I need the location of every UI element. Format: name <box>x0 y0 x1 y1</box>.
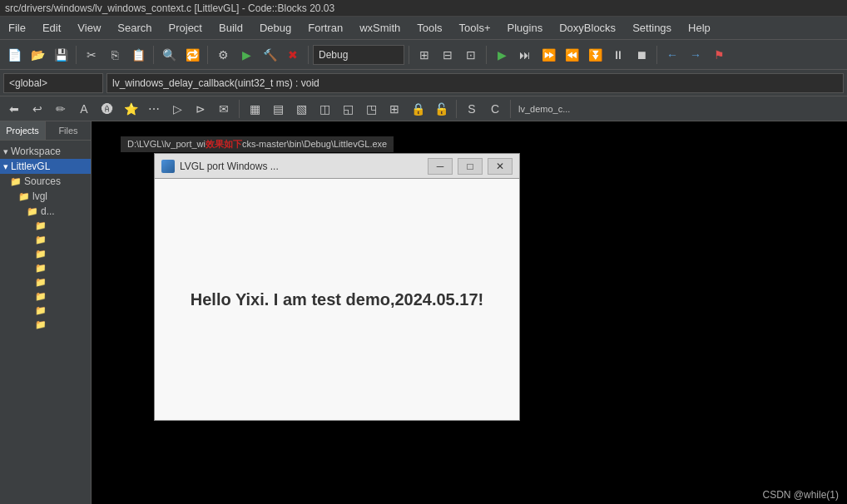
menu-build[interactable]: Build <box>211 18 251 37</box>
menu-help[interactable]: Help <box>680 18 719 37</box>
subfile-8[interactable]: 📁 <box>0 318 91 332</box>
tab-projects[interactable]: Projects <box>0 121 46 140</box>
float-app-icon <box>161 160 175 173</box>
subfile-2[interactable]: 📁 <box>0 233 91 247</box>
flag-button[interactable]: ⚑ <box>708 44 730 66</box>
tool2-3[interactable]: A <box>73 98 95 120</box>
d-item[interactable]: 📁 d... <box>0 204 91 219</box>
left-tabs: Projects Files <box>0 121 91 141</box>
debug-step3-button[interactable]: ⏪ <box>561 44 582 66</box>
tool2-1[interactable]: ⬅ <box>3 98 25 120</box>
sep8 <box>239 100 240 118</box>
settings-btn[interactable]: ⚙ <box>212 44 234 66</box>
tool2-17[interactable]: 🔒 <box>407 98 428 120</box>
tool2-15[interactable]: ◳ <box>360 98 382 120</box>
fwd-arrow-button[interactable]: → <box>685 44 706 66</box>
file-icon-1: 📁 <box>35 220 47 231</box>
exe-path-prefix: D:\LVGL\lv_port_wi <box>127 139 206 149</box>
menu-edit[interactable]: Edit <box>34 18 69 37</box>
subfile-5[interactable]: 📁 <box>0 275 91 289</box>
folder-icon-sources: 📁 <box>10 176 22 187</box>
subfile-4[interactable]: 📁 <box>0 261 91 275</box>
bookmark-button[interactable]: ⊟ <box>437 44 458 66</box>
subfile-3[interactable]: 📁 <box>0 247 91 261</box>
find-button[interactable]: 🔍 <box>158 44 180 66</box>
tool2-20[interactable]: C <box>484 98 506 120</box>
restore-button[interactable]: □ <box>458 158 483 175</box>
new-button[interactable]: 📄 <box>3 44 25 66</box>
back-arrow-button[interactable]: ← <box>661 44 683 66</box>
tool2-16[interactable]: ⊞ <box>384 98 405 120</box>
tool2-8[interactable]: ⊳ <box>190 98 211 120</box>
tool2-pencil[interactable]: ✏ <box>50 98 72 120</box>
lvgl-item[interactable]: 📁 lvgl <box>0 189 91 204</box>
close-button[interactable]: ✕ <box>488 158 513 175</box>
debug-step2-button[interactable]: ⏩ <box>537 44 559 66</box>
exe-path-suffix: cks-master\bin\Debug\LittlevGL.exe <box>242 139 387 149</box>
tool2-13[interactable]: ◫ <box>314 98 335 120</box>
menu-search[interactable]: Search <box>109 18 160 37</box>
menu-file[interactable]: File <box>0 18 34 37</box>
d-label: d... <box>41 205 55 217</box>
menu-settings[interactable]: Settings <box>624 18 680 37</box>
debug-step4-button[interactable]: ⏬ <box>584 44 606 66</box>
sep1 <box>76 46 77 64</box>
tool2-4[interactable]: 🅐 <box>97 98 118 120</box>
float-content-area: Hello Yixi. I am test demo,2024.05.17! <box>155 179 519 420</box>
tool2-2[interactable]: ↩ <box>27 98 48 120</box>
copy-button[interactable]: ⎘ <box>104 44 126 66</box>
tool2-18[interactable]: 🔓 <box>430 98 452 120</box>
save-button[interactable]: 💾 <box>50 44 72 66</box>
menu-doxyblocks[interactable]: DoxyBlocks <box>551 18 624 37</box>
debug-pause-button[interactable]: ⏸ <box>607 44 629 66</box>
debug-run-button[interactable]: ▶ <box>491 44 513 66</box>
replace-button[interactable]: 🔁 <box>181 44 203 66</box>
tool2-7[interactable]: ▷ <box>166 98 188 120</box>
tool2-label: lv_demo_c... <box>515 104 573 114</box>
open-button[interactable]: 📂 <box>27 44 48 66</box>
littlevgl-item[interactable]: ▾ LittlevGL <box>0 159 91 174</box>
stop-build-button[interactable]: 🔨 <box>259 44 280 66</box>
next-nav-button[interactable]: ⊡ <box>460 44 482 66</box>
menu-view[interactable]: View <box>69 18 109 37</box>
minimize-button[interactable]: ─ <box>428 158 453 175</box>
tool2-6[interactable]: ⋯ <box>143 98 165 120</box>
subfile-7[interactable]: 📁 <box>0 304 91 318</box>
subfile-1[interactable]: 📁 <box>0 219 91 233</box>
menu-fortran[interactable]: Fortran <box>300 18 351 37</box>
tool2-14[interactable]: ◱ <box>337 98 359 120</box>
prev-nav-button[interactable]: ⊞ <box>414 44 435 66</box>
menu-wxsmith[interactable]: wxSmith <box>351 18 409 37</box>
sources-item[interactable]: 📁 Sources <box>0 174 91 189</box>
float-window-controls: ─ □ ✕ <box>428 158 513 175</box>
tool2-9[interactable]: ✉ <box>213 98 235 120</box>
cut-button[interactable]: ✂ <box>81 44 102 66</box>
menu-plugins[interactable]: Plugins <box>499 18 552 37</box>
tool2-10[interactable]: ▦ <box>244 98 265 120</box>
menu-bar: File Edit View Search Project Build Debu… <box>0 17 847 40</box>
path-text: src/drivers/windows/lv_windows_context.c… <box>5 2 334 14</box>
tool2-5[interactable]: ⭐ <box>120 98 141 120</box>
function-select[interactable]: lv_windows_delay_callback(uint32_t ms) :… <box>106 73 844 93</box>
menu-tools[interactable]: Tools <box>409 18 450 37</box>
run-button[interactable]: ▶ <box>235 44 257 66</box>
tree-area: ▾ Workspace ▾ LittlevGL 📁 Sources 📁 lvgl… <box>0 141 91 504</box>
tool2-19[interactable]: S <box>461 98 483 120</box>
subfile-6[interactable]: 📁 <box>0 289 91 304</box>
menu-toolsplus[interactable]: Tools+ <box>451 18 499 37</box>
tab-files[interactable]: Files <box>46 121 91 140</box>
tool2-11[interactable]: ▤ <box>267 98 289 120</box>
float-title-bar: LVGL port Windows ... ─ □ ✕ <box>155 154 519 179</box>
menu-debug[interactable]: Debug <box>251 18 300 37</box>
build-config-select[interactable]: Debug <box>313 45 404 65</box>
workspace-item[interactable]: ▾ Workspace <box>0 144 91 159</box>
tool2-12[interactable]: ▧ <box>290 98 312 120</box>
menu-project[interactable]: Project <box>161 18 211 37</box>
debug-stop-button[interactable]: ⏹ <box>631 44 652 66</box>
file-icon-6: 📁 <box>35 291 47 302</box>
scope-select[interactable]: <global> <box>3 73 103 93</box>
abort-button[interactable]: ✖ <box>282 44 304 66</box>
debug-step-button[interactable]: ⏭ <box>514 44 536 66</box>
secondary-toolbar: ⬅ ↩ ✏ A 🅐 ⭐ ⋯ ▷ ⊳ ✉ ▦ ▤ ▧ ◫ ◱ ◳ ⊞ 🔒 🔓 S … <box>0 96 847 121</box>
paste-button[interactable]: 📋 <box>127 44 149 66</box>
